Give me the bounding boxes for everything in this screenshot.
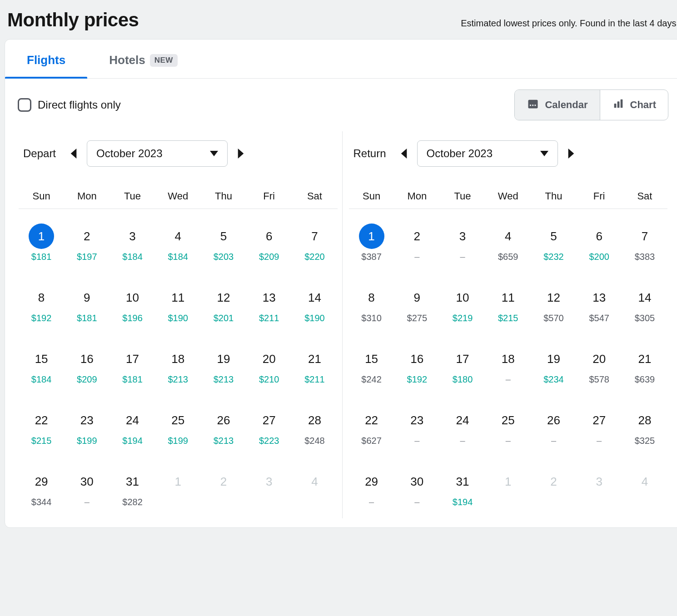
- depart-day-cell[interactable]: 30–: [64, 457, 110, 518]
- return-next-month-button[interactable]: [565, 148, 577, 159]
- return-day-price: –: [531, 436, 576, 446]
- return-day-cell[interactable]: 11$215: [485, 273, 531, 334]
- return-dow: Wed: [485, 177, 531, 204]
- depart-day-cell[interactable]: 19$213: [201, 334, 246, 396]
- depart-day-cell[interactable]: 23$199: [64, 396, 110, 457]
- return-day-cell[interactable]: 16$192: [394, 334, 440, 396]
- return-day-number: 19: [544, 350, 563, 368]
- depart-day-cell[interactable]: 22$215: [19, 396, 64, 457]
- depart-day-number: 28: [305, 411, 324, 429]
- depart-day-cell[interactable]: 11$190: [155, 273, 201, 334]
- svg-rect-6: [617, 101, 619, 108]
- return-dow-row: SunMonTueWedThuFriSat: [349, 177, 668, 209]
- depart-day-number: 23: [78, 411, 96, 429]
- return-day-cell[interactable]: 23–: [394, 396, 440, 457]
- return-day-cell[interactable]: 30–: [394, 457, 440, 518]
- depart-day-price: $190: [292, 313, 337, 323]
- return-day-cell[interactable]: 17$180: [440, 334, 485, 396]
- return-day-number: 24: [453, 411, 472, 429]
- return-month-select[interactable]: October 2023: [417, 140, 558, 167]
- depart-day-cell[interactable]: 21$211: [292, 334, 337, 396]
- depart-day-cell[interactable]: 14$190: [292, 273, 337, 334]
- depart-day-price: $184: [19, 374, 64, 385]
- depart-day-cell[interactable]: 27$223: [246, 396, 292, 457]
- return-day-number: 15: [363, 350, 381, 368]
- return-day-cell[interactable]: 18–: [485, 334, 531, 396]
- calendar-view-button[interactable]: Calendar: [515, 90, 599, 120]
- return-day-cell[interactable]: 20$578: [577, 334, 622, 396]
- return-day-number: 20: [590, 350, 608, 368]
- return-day-cell[interactable]: 8$310: [349, 273, 394, 334]
- return-day-number: 25: [499, 411, 517, 429]
- chevron-left-icon: [400, 149, 408, 159]
- depart-day-cell[interactable]: 25$199: [155, 396, 201, 457]
- return-prev-month-button[interactable]: [398, 148, 410, 159]
- depart-prev-month-button[interactable]: [68, 148, 80, 159]
- depart-day-cell[interactable]: 16$209: [64, 334, 110, 396]
- depart-day-cell[interactable]: 7$220: [292, 212, 337, 273]
- tabs: Flights Hotels NEW: [5, 40, 677, 79]
- direct-flights-checkbox[interactable]: Direct flights only: [18, 98, 121, 112]
- depart-day-cell[interactable]: 28$248: [292, 396, 337, 457]
- return-day-cell[interactable]: 5$232: [531, 212, 576, 273]
- return-day-cell[interactable]: 3–: [440, 212, 485, 273]
- tab-hotels[interactable]: Hotels NEW: [87, 40, 199, 78]
- return-day-cell[interactable]: 12$570: [531, 273, 576, 334]
- depart-day-cell[interactable]: 31$282: [110, 457, 155, 518]
- depart-day-cell[interactable]: 18$213: [155, 334, 201, 396]
- return-day-cell[interactable]: 9$275: [394, 273, 440, 334]
- depart-day-price: $210: [246, 374, 292, 385]
- return-day-number: 26: [544, 411, 563, 429]
- return-day-cell[interactable]: 10$219: [440, 273, 485, 334]
- depart-month-select[interactable]: October 2023: [87, 140, 228, 167]
- depart-day-number: 8: [32, 288, 50, 307]
- depart-day-cell[interactable]: 17$181: [110, 334, 155, 396]
- return-day-cell[interactable]: 26–: [531, 396, 576, 457]
- return-day-cell[interactable]: 21$639: [622, 334, 667, 396]
- return-day-cell[interactable]: 6$200: [577, 212, 622, 273]
- depart-day-cell[interactable]: 2$197: [64, 212, 110, 273]
- depart-day-cell[interactable]: 29$344: [19, 457, 64, 518]
- return-day-price: $242: [349, 374, 394, 385]
- depart-day-cell[interactable]: 12$201: [201, 273, 246, 334]
- depart-day-cell[interactable]: 3$184: [110, 212, 155, 273]
- return-day-cell[interactable]: 27–: [577, 396, 622, 457]
- return-day-cell[interactable]: 31$194: [440, 457, 485, 518]
- depart-day-cell[interactable]: 13$211: [246, 273, 292, 334]
- return-day-cell[interactable]: 29–: [349, 457, 394, 518]
- return-day-cell: 4: [622, 457, 667, 518]
- return-day-cell[interactable]: 22$627: [349, 396, 394, 457]
- depart-day-cell[interactable]: 1$181: [19, 212, 64, 273]
- depart-day-cell[interactable]: 24$194: [110, 396, 155, 457]
- return-day-cell[interactable]: 28$325: [622, 396, 667, 457]
- return-day-cell[interactable]: 1$387: [349, 212, 394, 273]
- return-day-cell[interactable]: 25–: [485, 396, 531, 457]
- return-day-cell[interactable]: 13$547: [577, 273, 622, 334]
- return-day-cell[interactable]: 19$234: [531, 334, 576, 396]
- depart-day-price: [292, 497, 337, 507]
- depart-day-number: 15: [32, 350, 50, 368]
- depart-day-number: 30: [78, 472, 96, 491]
- svg-rect-3: [533, 104, 534, 106]
- depart-day-cell[interactable]: 15$184: [19, 334, 64, 396]
- return-day-number: 21: [636, 350, 654, 368]
- depart-day-number: 1: [169, 472, 187, 491]
- depart-day-cell[interactable]: 8$192: [19, 273, 64, 334]
- return-day-cell[interactable]: 4$659: [485, 212, 531, 273]
- return-day-cell[interactable]: 24–: [440, 396, 485, 457]
- depart-day-cell[interactable]: 10$196: [110, 273, 155, 334]
- depart-day-cell[interactable]: 5$203: [201, 212, 246, 273]
- return-day-cell[interactable]: 14$305: [622, 273, 667, 334]
- chart-view-button[interactable]: Chart: [600, 90, 668, 120]
- return-day-cell[interactable]: 15$242: [349, 334, 394, 396]
- tab-flights[interactable]: Flights: [5, 40, 87, 78]
- depart-day-cell[interactable]: 6$209: [246, 212, 292, 273]
- depart-day-cell[interactable]: 20$210: [246, 334, 292, 396]
- return-day-cell: 3: [577, 457, 622, 518]
- return-day-cell[interactable]: 2–: [394, 212, 440, 273]
- depart-day-cell[interactable]: 26$213: [201, 396, 246, 457]
- return-day-cell[interactable]: 7$383: [622, 212, 667, 273]
- depart-next-month-button[interactable]: [235, 148, 247, 159]
- depart-day-cell[interactable]: 4$184: [155, 212, 201, 273]
- depart-day-cell[interactable]: 9$181: [64, 273, 110, 334]
